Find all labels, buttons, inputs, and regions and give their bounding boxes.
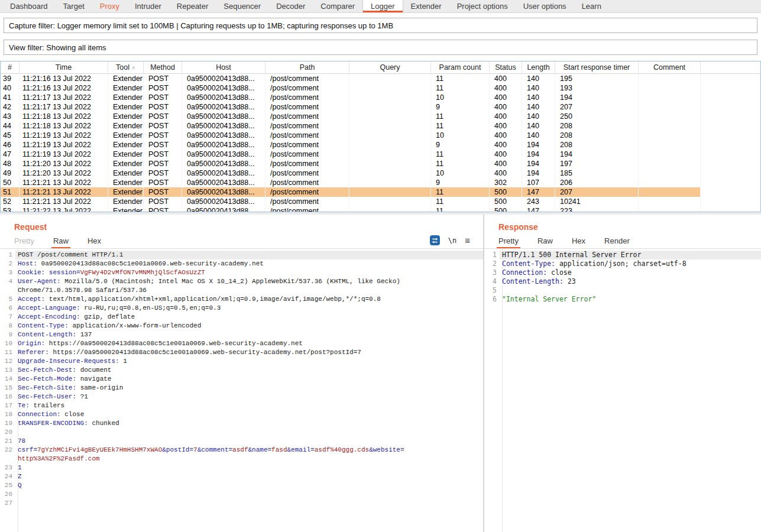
cell-param_count: 9 (431, 140, 490, 150)
top-tab-learn[interactable]: Learn (574, 0, 609, 12)
request-tab-hex[interactable]: Hex (88, 236, 101, 248)
cell-host: 0a9500020413d88... (182, 112, 265, 121)
top-tab-decoder[interactable]: Decoder (268, 0, 313, 12)
column-header-comment[interactable]: Comment (639, 61, 701, 73)
cell-start_response_timer: 207 (555, 187, 639, 197)
log-row-40[interactable]: 4011:21:16 13 Jul 2022ExtenderPOST0a9500… (1, 83, 701, 93)
top-tab-sequencer[interactable]: Sequencer (216, 0, 268, 12)
log-row-41[interactable]: 4111:21:17 13 Jul 2022ExtenderPOST0a9500… (1, 93, 701, 102)
cell-param_count: 9 (431, 178, 490, 187)
column-header-status[interactable]: Status (490, 61, 522, 73)
line-number: 16 (0, 392, 15, 401)
request-code-line: 10Origin: https://0a9500020413d88ac08c5c… (0, 339, 483, 348)
top-tab-extender[interactable]: Extender (403, 0, 449, 12)
cell-length: 140 (522, 131, 555, 140)
response-tab-pretty[interactable]: Pretty (498, 236, 519, 248)
cell-path: /post/comment (265, 112, 349, 121)
request-panel: Request PrettyRawHex \n ≡ 1POST /post/co… (0, 215, 483, 532)
view-filter-bar[interactable]: View filter: Showing all items (4, 40, 757, 55)
line-text: Accept: text/html,application/xhtml+xml,… (15, 295, 483, 304)
column-header-start-response-timer[interactable]: Start response timer (555, 61, 639, 73)
log-row-48[interactable]: 4811:21:20 13 Jul 2022ExtenderPOST0a9500… (1, 159, 701, 168)
request-code-line: 22csrf=7gYzhMCiFvi4gBEyUEEk7HmHSHM7xWAO&… (0, 446, 483, 463)
request-code-line: 24Z (0, 472, 483, 481)
cell-query (349, 206, 431, 212)
log-row-44[interactable]: 4411:21:18 13 Jul 2022ExtenderPOST0a9500… (1, 121, 701, 131)
cell-status: 400 (490, 83, 522, 93)
cell-method: POST (144, 74, 182, 83)
log-row-51[interactable]: 5111:21:21 13 Jul 2022ExtenderPOST0a9500… (1, 187, 701, 197)
response-tab-render[interactable]: Render (604, 236, 630, 248)
top-tab-user-options[interactable]: User options (516, 0, 574, 12)
pretty-print-toggle-icon[interactable] (430, 235, 440, 245)
log-row-39[interactable]: 3911:21:16 13 Jul 2022ExtenderPOST0a9500… (1, 74, 701, 83)
line-number: 5 (484, 286, 500, 295)
cell-path: /post/comment (265, 102, 349, 112)
cell-id: 43 (1, 112, 20, 121)
request-code-line: 3Cookie: session=VgFWy4D2vMfON7vMNMhjQlS… (0, 268, 483, 277)
top-tab-intruder[interactable]: Intruder (127, 0, 169, 12)
cell-method: POST (144, 131, 182, 140)
cell-length: 107 (522, 178, 555, 187)
request-code-line: 16Sec-Fetch-User: ?1 (0, 392, 483, 401)
cell-query (349, 102, 431, 112)
log-row-53[interactable]: 5311:21:22 13 Jul 2022ExtenderPOST0a9500… (1, 206, 701, 212)
column-header--[interactable]: # (1, 61, 20, 73)
top-tab-project-options[interactable]: Project options (449, 0, 516, 12)
column-header-time[interactable]: Time (20, 61, 108, 73)
line-text: Host: 0a9500020413d88ac08c5c1e001a0069.w… (15, 259, 483, 268)
column-header-path[interactable]: Path (265, 61, 349, 73)
cell-param_count: 11 (431, 159, 490, 168)
newline-toggle-icon[interactable]: \n (448, 236, 456, 245)
log-row-49[interactable]: 4911:21:20 13 Jul 2022ExtenderPOST0a9500… (1, 168, 701, 178)
cell-tool: Extender (108, 197, 144, 206)
top-tab-proxy[interactable]: Proxy (92, 0, 127, 12)
cell-start_response_timer: 223 (555, 206, 639, 212)
column-header-length[interactable]: Length (522, 61, 555, 73)
capture-filter-bar[interactable]: Capture filter: Logger memory limit set … (4, 18, 757, 33)
top-tab-target[interactable]: Target (56, 0, 92, 12)
request-tab-raw[interactable]: Raw (53, 236, 69, 248)
line-number: 24 (0, 472, 15, 481)
top-tab-comparer[interactable]: Comparer (313, 0, 362, 12)
column-header-host[interactable]: Host (182, 61, 265, 73)
line-text: Sec-Fetch-Dest: document (15, 366, 483, 375)
editor-menu-icon[interactable]: ≡ (465, 236, 470, 245)
column-header-method[interactable]: Method (144, 61, 182, 73)
column-header-query[interactable]: Query (349, 61, 431, 73)
request-editor[interactable]: 1POST /post/comment HTTP/1.12Host: 0a950… (0, 249, 483, 532)
log-row-42[interactable]: 4211:21:17 13 Jul 2022ExtenderPOST0a9500… (1, 102, 701, 112)
log-row-50[interactable]: 5011:21:21 13 Jul 2022ExtenderPOST0a9500… (1, 178, 701, 187)
top-tab-logger[interactable]: Logger (362, 0, 403, 12)
response-editor[interactable]: 1HTTP/1.1 500 Internal Server Error2Cont… (484, 249, 761, 532)
log-row-47[interactable]: 4711:21:19 13 Jul 2022ExtenderPOST0a9500… (1, 150, 701, 159)
cell-param_count: 11 (431, 83, 490, 93)
column-header-tool[interactable]: Tool∧ (108, 61, 144, 73)
log-row-52[interactable]: 5211:21:21 13 Jul 2022ExtenderPOST0a9500… (1, 197, 701, 206)
cell-comment (639, 168, 701, 178)
log-table: #TimeTool∧MethodHostPathQueryParam count… (0, 61, 761, 212)
cell-tool: Extender (108, 121, 144, 131)
line-number: 8 (0, 322, 15, 330)
response-tab-hex[interactable]: Hex (572, 236, 585, 248)
log-row-43[interactable]: 4311:21:18 13 Jul 2022ExtenderPOST0a9500… (1, 112, 701, 121)
top-tab-dashboard[interactable]: Dashboard (2, 0, 56, 12)
top-tab-repeater[interactable]: Repeater (169, 0, 216, 12)
cell-tool: Extender (108, 159, 144, 168)
request-code-line: 15Sec-Fetch-Site: same-origin (0, 384, 483, 392)
response-code-line: 3Connection: close (484, 268, 761, 277)
column-header-param-count[interactable]: Param count (431, 61, 490, 73)
line-number: 19 (0, 419, 15, 428)
request-tab-pretty[interactable]: Pretty (14, 236, 34, 248)
cell-method: POST (144, 159, 182, 168)
cell-status: 500 (490, 197, 522, 206)
cell-comment (639, 140, 701, 150)
cell-host: 0a9500020413d88... (182, 140, 265, 150)
log-row-45[interactable]: 4511:21:19 13 Jul 2022ExtenderPOST0a9500… (1, 131, 701, 140)
line-number: 12 (0, 357, 15, 366)
response-code-line: 1HTTP/1.1 500 Internal Server Error (484, 251, 761, 259)
line-text: Connection: close (15, 410, 483, 419)
cell-length: 140 (522, 83, 555, 93)
log-row-46[interactable]: 4611:21:19 13 Jul 2022ExtenderPOST0a9500… (1, 140, 701, 150)
response-tab-raw[interactable]: Raw (537, 236, 553, 248)
